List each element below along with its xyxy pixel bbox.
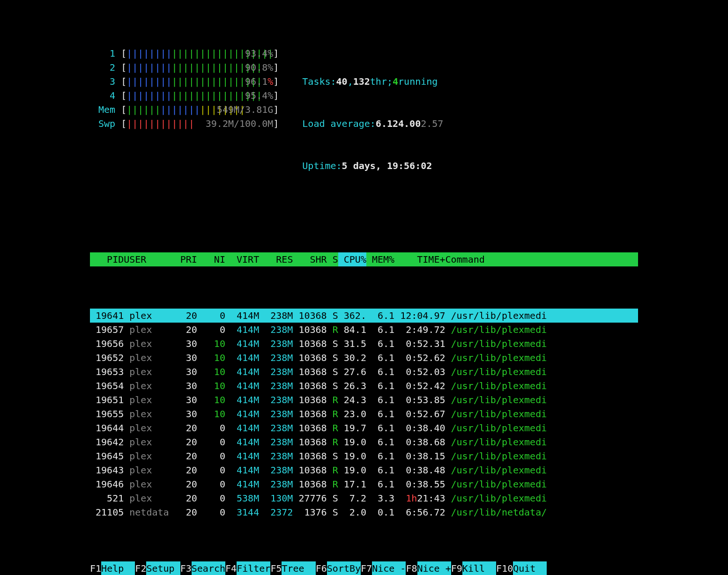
process-row[interactable]: 521plex200538M130M27776S7.23.31h21:43/us…	[90, 491, 638, 505]
fkey-f1[interactable]: F1	[90, 561, 101, 575]
hdr-res[interactable]: RES	[259, 252, 293, 266]
process-row[interactable]: 19652plex3010414M238M10368S30.26.10:52.6…	[90, 351, 638, 365]
fkey-f3[interactable]: F3	[180, 561, 192, 575]
fkey-f4[interactable]: F4	[225, 561, 237, 575]
cpu-meter-4: 4[||||||||||||||||||||||||95.4%]	[98, 88, 279, 103]
hdr-mem[interactable]: MEM%	[366, 252, 394, 266]
terminal-window: pi@plex-pi-01: ~ (ssh) ⌥⌘2 1[|||||||||||…	[90, 0, 638, 575]
load-15: 2.57	[421, 117, 443, 131]
hdr-pri[interactable]: PRI	[157, 252, 197, 266]
hdr-ni[interactable]: NI	[197, 252, 225, 266]
hdr-virt[interactable]: VIRT	[225, 252, 259, 266]
load-row: Load average: 6.12 4.00 2.57	[302, 117, 443, 131]
fkey-f7[interactable]: F7	[361, 561, 372, 575]
uptime-value: 5 days, 19:56:02	[342, 159, 432, 173]
hdr-shr[interactable]: SHR	[293, 252, 327, 266]
process-row[interactable]: 19646plex200414M238M10368R17.16.10:38.55…	[90, 477, 638, 491]
flabel-f3[interactable]: Search	[192, 561, 225, 575]
load-5: 4.00	[398, 117, 421, 131]
flabel-f2[interactable]: Setup	[146, 561, 180, 575]
process-row[interactable]: 21105netdata200314423721376S2.00.16:56.7…	[90, 505, 638, 519]
tasks-label: Tasks:	[302, 74, 336, 88]
footer: F1Help F2Setup F3SearchF4FilterF5Tree F6…	[90, 561, 638, 575]
terminal-content[interactable]: 1[||||||||||||||||||||||||||93.4%]2[||||…	[90, 0, 638, 575]
process-row[interactable]: 19651plex3010414M238M10368R24.36.10:53.8…	[90, 393, 638, 407]
flabel-f9[interactable]: Kill	[462, 561, 496, 575]
tasks-running: 4	[393, 74, 398, 88]
load-label: Load average:	[302, 117, 376, 131]
cpu-meter-3: 3[||||||||||||||||||||||||96.1%]	[98, 74, 279, 88]
tasks-total: 40	[336, 74, 348, 88]
mem-meter: Mem[|||||||||||||||||||||549M/3.81G]	[98, 103, 279, 117]
process-row[interactable]: 19654plex3010414M238M10368S26.36.10:52.4…	[90, 379, 638, 393]
hdr-cmd[interactable]: Command	[446, 252, 639, 266]
tasks-row: Tasks: 40, 132 thr; 4 running	[302, 74, 443, 88]
fkey-f2[interactable]: F2	[135, 561, 146, 575]
tasks-running-label: running	[398, 74, 438, 88]
flabel-f5[interactable]: Tree	[282, 561, 315, 575]
process-list[interactable]: 19641plex200414M238M10368S362.6.112:04.9…	[90, 309, 638, 519]
tasks-thr: 132	[353, 74, 370, 88]
swap-meter: Swp[||||||||||||39.2M/100.0M]	[98, 117, 279, 131]
meters-right: Tasks: 40, 132 thr; 4 running Load avera…	[302, 46, 443, 201]
flabel-f10[interactable]: Quit	[513, 561, 547, 575]
process-row[interactable]: 19642plex200414M238M10368R19.06.10:38.68…	[90, 435, 638, 449]
process-row[interactable]: 19641plex200414M238M10368S362.6.112:04.9…	[90, 309, 638, 323]
hdr-cpu[interactable]: CPU%	[338, 252, 366, 266]
meters-block: 1[||||||||||||||||||||||||||93.4%]2[||||…	[90, 38, 638, 210]
cpu-meter-1: 1[||||||||||||||||||||||||||93.4%]	[98, 46, 279, 60]
load-1: 6.12	[376, 117, 398, 131]
process-row[interactable]: 19656plex3010414M238M10368S31.56.10:52.3…	[90, 337, 638, 351]
meters-left: 1[||||||||||||||||||||||||||93.4%]2[||||…	[98, 46, 279, 201]
tasks-sep: ,	[348, 74, 353, 88]
fkey-f8[interactable]: F8	[406, 561, 417, 575]
process-row[interactable]: 19655plex3010414M238M10368R23.06.10:52.6…	[90, 407, 638, 421]
fkey-f6[interactable]: F6	[316, 561, 327, 575]
flabel-f8[interactable]: Nice +	[417, 561, 451, 575]
process-row[interactable]: 19645plex200414M238M10368S19.06.10:38.15…	[90, 449, 638, 463]
flabel-f1[interactable]: Help	[101, 561, 135, 575]
uptime-row: Uptime: 5 days, 19:56:02	[302, 159, 443, 173]
hdr-time[interactable]: TIME+	[394, 252, 445, 266]
fkey-f5[interactable]: F5	[270, 561, 282, 575]
tasks-thr-label: thr;	[370, 74, 393, 88]
cpu-meter-2: 2[||||||||||||||||||||||||90.8%]	[98, 60, 279, 74]
process-row[interactable]: 19653plex3010414M238M10368S27.66.10:52.0…	[90, 365, 638, 379]
flabel-f7[interactable]: Nice -	[372, 561, 406, 575]
fkey-f9[interactable]: F9	[451, 561, 462, 575]
process-row[interactable]: 19644plex200414M238M10368R19.76.10:38.40…	[90, 421, 638, 435]
fkey-f10[interactable]: F10	[496, 561, 513, 575]
hdr-user[interactable]: USER	[124, 252, 157, 266]
uptime-label: Uptime:	[302, 159, 342, 173]
process-row[interactable]: 19657plex200414M238M10368R84.16.12:49.72…	[90, 323, 638, 337]
flabel-f4[interactable]: Filter	[237, 561, 270, 575]
process-header[interactable]: PIDUSERPRINIVIRTRESSHRSCPU%MEM%TIME+Comm…	[90, 252, 638, 266]
process-row[interactable]: 19643plex200414M238M10368R19.06.10:38.48…	[90, 463, 638, 477]
hdr-pid[interactable]: PID	[90, 252, 124, 266]
flabel-f6[interactable]: SortBy	[327, 561, 361, 575]
hdr-s[interactable]: S	[327, 252, 338, 266]
